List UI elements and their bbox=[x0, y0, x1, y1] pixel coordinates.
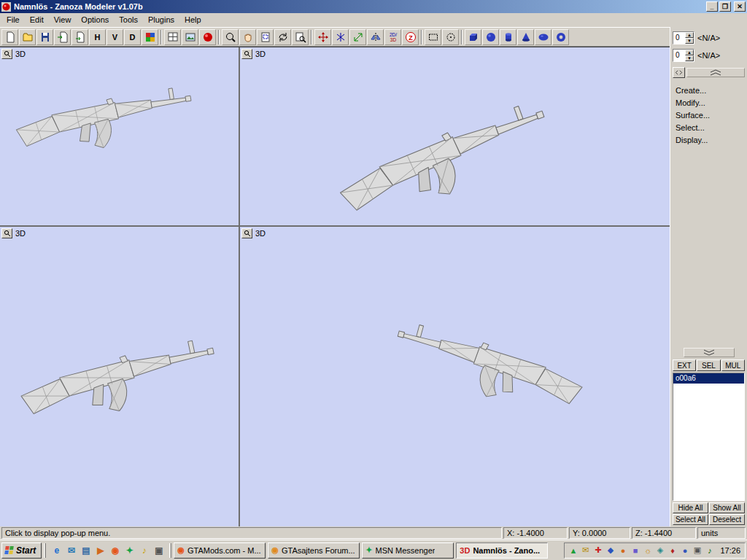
show-desktop-icon[interactable]: ▤ bbox=[80, 544, 92, 556]
tray-icon-11[interactable]: ▣ bbox=[692, 545, 703, 556]
zmodeler-badge-button[interactable]: Z bbox=[402, 29, 419, 45]
spinner-1[interactable]: 0 ▲ ▼ bbox=[673, 31, 694, 44]
object-list-item[interactable]: o00a6 bbox=[673, 373, 744, 384]
tray-icon-3[interactable]: ✚ bbox=[592, 545, 603, 556]
menu-edit[interactable]: Edit bbox=[25, 14, 49, 26]
viewport-3d-bottom-left[interactable]: 3D bbox=[0, 227, 239, 526]
tray-icon-7[interactable]: ☼ bbox=[642, 545, 653, 556]
task-button-gtasajtens[interactable]: ◉ GTAsajtens Forum... bbox=[268, 542, 360, 559]
viewport-mode-label: 3D bbox=[255, 229, 266, 238]
menu-tools[interactable]: Tools bbox=[114, 14, 143, 26]
material-editor-button[interactable] bbox=[142, 29, 158, 45]
move-tool-button[interactable] bbox=[314, 29, 331, 45]
save-button[interactable] bbox=[36, 29, 53, 45]
render-button[interactable] bbox=[199, 29, 216, 45]
start-button[interactable]: Start bbox=[1, 542, 42, 559]
spinner-2-up-button[interactable]: ▲ bbox=[685, 50, 694, 55]
viewport-maximize-button[interactable] bbox=[1, 228, 12, 238]
spinner-1-up-button[interactable]: ▲ bbox=[685, 32, 694, 38]
spinner-2[interactable]: 0 ▲ ▼ bbox=[673, 49, 694, 62]
hide-all-button[interactable]: Hide All bbox=[673, 502, 708, 513]
outlook-express-icon[interactable]: ✉ bbox=[65, 544, 77, 556]
select-all-button[interactable]: Select All bbox=[673, 514, 708, 525]
open-file-button[interactable] bbox=[19, 29, 36, 45]
viewport-3d-top-right[interactable]: 3D bbox=[240, 47, 670, 225]
viewport-maximize-button[interactable] bbox=[241, 228, 252, 238]
create-cube-button[interactable] bbox=[465, 29, 481, 45]
d-toggle-button[interactable]: D bbox=[124, 29, 141, 45]
pan-tool-button[interactable] bbox=[239, 29, 256, 45]
viewport-3d-bottom-right[interactable]: 3D bbox=[240, 227, 670, 526]
close-button[interactable]: ✕ bbox=[734, 1, 746, 12]
zoom-region-button[interactable] bbox=[257, 29, 274, 45]
menu-create[interactable]: Create... bbox=[673, 85, 745, 97]
mul-mode-button[interactable]: MUL bbox=[721, 359, 745, 371]
rotate-view-button[interactable] bbox=[274, 29, 291, 45]
maximize-button[interactable]: ❐ bbox=[719, 1, 731, 12]
mirror-tool-button[interactable] bbox=[367, 29, 384, 45]
sel-mode-button[interactable]: SEL bbox=[697, 359, 720, 371]
zoom-extents-button[interactable] bbox=[292, 29, 309, 45]
select-circle-button[interactable] bbox=[442, 29, 459, 45]
viewport-3d-top-left[interactable]: 3D bbox=[0, 47, 239, 225]
rotate-tool-button[interactable] bbox=[332, 29, 349, 45]
media-player-icon[interactable]: ▶ bbox=[94, 544, 107, 556]
firefox-icon[interactable]: ◉ bbox=[109, 544, 121, 556]
viewport-maximize-button[interactable] bbox=[1, 49, 12, 59]
tray-icon-5[interactable]: ● bbox=[617, 545, 628, 556]
create-cone-button[interactable] bbox=[517, 29, 534, 45]
show-all-button[interactable]: Show All bbox=[709, 502, 745, 513]
spinner-1-down-button[interactable]: ▼ bbox=[685, 38, 694, 44]
menu-file[interactable]: File bbox=[1, 14, 25, 26]
zoom-tool-button[interactable] bbox=[222, 29, 239, 45]
create-torus-button[interactable] bbox=[552, 29, 569, 45]
tray-icon-6[interactable]: ■ bbox=[630, 545, 640, 556]
spinner-2-down-button[interactable]: ▼ bbox=[685, 55, 694, 61]
menu-surface[interactable]: Surface... bbox=[673, 109, 745, 122]
tray-icon-8[interactable]: ◈ bbox=[654, 545, 665, 556]
menu-help[interactable]: Help bbox=[179, 14, 206, 26]
task-button-gtamods[interactable]: ◉ GTAMods.com - M... bbox=[174, 542, 266, 559]
minimize-button[interactable]: _ bbox=[706, 1, 718, 12]
internet-explorer-icon[interactable]: e bbox=[50, 544, 63, 556]
viewport-layout-button[interactable] bbox=[164, 29, 181, 45]
msn-messenger-icon[interactable]: ✦ bbox=[123, 544, 136, 556]
deselect-button[interactable]: Deselect bbox=[709, 514, 745, 525]
tray-icon-10[interactable]: ● bbox=[679, 545, 690, 556]
expand-down-button[interactable] bbox=[684, 348, 735, 357]
create-sphere-button[interactable] bbox=[482, 29, 499, 45]
tray-icon-4[interactable]: ◆ bbox=[605, 545, 616, 556]
tray-icon-12[interactable]: ♪ bbox=[704, 545, 715, 556]
create-cylinder-button[interactable] bbox=[500, 29, 516, 45]
h-toggle-button[interactable]: H bbox=[89, 29, 106, 45]
background-view-button[interactable] bbox=[182, 29, 198, 45]
import-button[interactable] bbox=[54, 29, 71, 45]
2d3d-toggle-button[interactable]: 2D/3D bbox=[384, 29, 401, 45]
my-computer-icon[interactable]: ▣ bbox=[152, 544, 165, 556]
object-list[interactable]: o00a6 bbox=[673, 373, 745, 501]
viewport-maximize-button[interactable] bbox=[241, 49, 252, 59]
collapse-up-button[interactable] bbox=[686, 68, 745, 77]
task-button-zmodeler[interactable]: 3D Namnlös - Zano... bbox=[456, 542, 548, 559]
ak47-model-view bbox=[240, 47, 670, 225]
menu-options[interactable]: Options bbox=[76, 14, 114, 26]
menu-plugins[interactable]: Plugins bbox=[143, 14, 179, 26]
scale-tool-button[interactable] bbox=[349, 29, 366, 45]
menu-display[interactable]: Display... bbox=[673, 134, 745, 147]
task-button-msn-messenger[interactable]: ✦ MSN Messenger bbox=[362, 542, 454, 559]
winamp-icon[interactable]: ♪ bbox=[138, 544, 150, 556]
ext-mode-button[interactable]: EXT bbox=[673, 359, 696, 371]
create-ellipsoid-button[interactable] bbox=[535, 29, 551, 45]
menu-view[interactable]: View bbox=[49, 14, 77, 26]
tray-icon-9[interactable]: ♦ bbox=[667, 545, 678, 556]
v-toggle-button[interactable]: V bbox=[107, 29, 123, 45]
tray-icon-2[interactable]: ✉ bbox=[580, 545, 591, 556]
menu-modify[interactable]: Modify... bbox=[673, 97, 745, 109]
new-file-button[interactable] bbox=[1, 29, 18, 45]
export-button[interactable] bbox=[71, 29, 88, 45]
tray-icon-1[interactable]: ▲ bbox=[568, 545, 578, 556]
select-rectangle-button[interactable] bbox=[425, 29, 441, 45]
menu-select[interactable]: Select... bbox=[673, 122, 745, 134]
panel-swap-button[interactable] bbox=[673, 67, 685, 78]
quick-launch: e ✉ ▤ ▶ ◉ ✦ ♪ ▣ bbox=[48, 544, 167, 556]
